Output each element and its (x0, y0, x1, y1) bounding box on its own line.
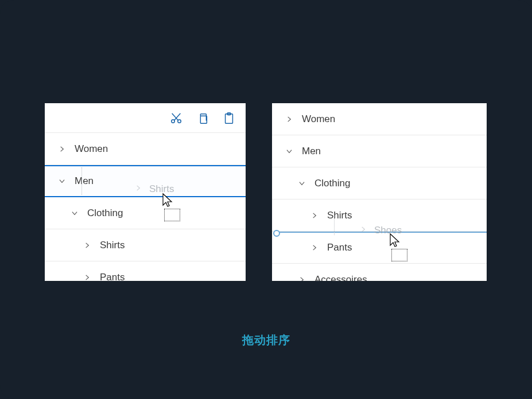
tree-row-shirts[interactable]: Shirts (45, 229, 246, 261)
panels-row: Women Men Clothing Shirts Pants (45, 103, 487, 281)
copy-icon[interactable] (196, 112, 209, 124)
tree-label: Pants (327, 242, 352, 253)
svg-point-1 (178, 119, 181, 123)
chevron-right-icon (297, 276, 306, 281)
toolbar (45, 103, 246, 133)
tree-row-clothing[interactable]: Clothing (272, 167, 487, 200)
tree-row-pants[interactable]: Pants (272, 232, 487, 264)
tree-row-accessoires[interactable]: Accessoires (272, 264, 487, 281)
chevron-down-icon (70, 209, 79, 217)
chevron-right-icon (57, 145, 67, 153)
tree-label: Women (75, 143, 108, 155)
tree-row-men[interactable]: Men (272, 135, 487, 167)
chevron-right-icon (285, 115, 294, 123)
chevron-right-icon (83, 273, 92, 281)
svg-point-0 (172, 119, 175, 123)
tree-label: Pants (100, 272, 125, 281)
tree-row-women[interactable]: Women (272, 103, 487, 135)
chevron-right-icon (310, 212, 319, 220)
tree-label: Clothing (314, 178, 350, 189)
tree-label: Shirts (100, 240, 125, 251)
tree-label: Women (302, 114, 335, 125)
chevron-down-icon (297, 179, 306, 187)
drag-ghost-item: Shoes (359, 225, 402, 236)
paste-icon[interactable] (223, 112, 235, 124)
tree-panel-left: Women Men Clothing Shirts Pants (45, 103, 246, 281)
cut-icon[interactable] (170, 112, 182, 124)
chevron-right-icon (134, 183, 142, 195)
tree-row-pants[interactable]: Pants (45, 261, 246, 281)
figure-container: Women Men Clothing Shirts Pants (0, 0, 532, 399)
drag-guide-line (334, 216, 335, 235)
figure-caption: 拖动排序 (0, 332, 532, 348)
drag-ghost-label: Shirts (149, 183, 174, 195)
chevron-right-icon (83, 241, 92, 249)
tree-row-clothing[interactable]: Clothing (45, 197, 246, 229)
chevron-right-icon (359, 225, 367, 236)
chevron-down-icon (285, 147, 294, 155)
drag-ghost-item: Shirts (134, 183, 174, 195)
chevron-right-icon (310, 244, 319, 252)
chevron-down-icon (57, 177, 67, 185)
drag-ghost-label: Shoes (374, 225, 402, 236)
tree-label: Men (75, 175, 94, 187)
tree-panel-right: Women Men Clothing Shirts Pants Accessoi (272, 103, 487, 281)
tree-label: Clothing (87, 208, 123, 219)
tree-label: Men (302, 146, 321, 157)
drag-guide-line (81, 167, 82, 195)
tree-label: Accessoires (314, 274, 367, 281)
tree-row-women[interactable]: Women (45, 133, 246, 165)
tree-label: Shirts (327, 210, 352, 221)
